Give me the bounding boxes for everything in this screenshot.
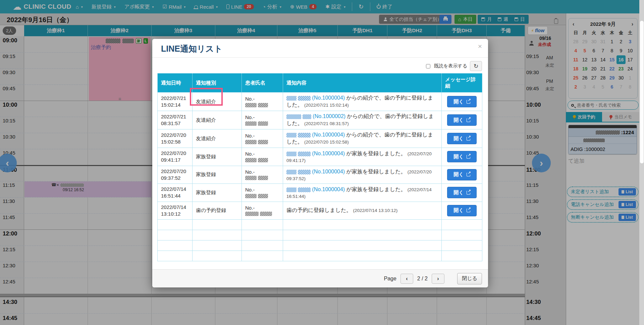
open-label: 開く bbox=[453, 117, 464, 123]
notify-datetime: 2022/07/20 09:37:52 bbox=[158, 166, 193, 184]
notify-datetime: 2022/07/21 08:31:57 bbox=[158, 111, 193, 129]
external-link-icon: ↗ bbox=[467, 137, 470, 141]
external-link-icon: ↗ bbox=[467, 118, 470, 122]
col-header: メッセージ詳細 bbox=[442, 73, 482, 93]
notify-datetime: 2022/07/21 15:02:14 bbox=[158, 93, 193, 111]
patient-no: No.- bbox=[245, 133, 255, 139]
table-row: 2022/07/14 16:51:44 家族登録 No.- (No.100000… bbox=[158, 184, 482, 202]
patient-no: No.- bbox=[245, 169, 255, 175]
table-row: 2022/07/21 08:31:57 友達紹介 No.- (No.100000… bbox=[158, 111, 482, 129]
prev-page-button[interactable]: ‹ bbox=[400, 274, 413, 284]
detail-cell: 開く↗ bbox=[442, 184, 482, 202]
notify-content: (No.1000004) が家族を登録しました。 (2022/07/20 09:… bbox=[283, 148, 442, 166]
detail-cell: 開く↗ bbox=[442, 111, 482, 129]
redacted-name bbox=[258, 176, 268, 180]
chevron-right-icon: › bbox=[437, 276, 439, 282]
notify-type: 家族登録 bbox=[193, 166, 242, 184]
patient-name-cell: No.- bbox=[242, 202, 283, 220]
page-label: Page bbox=[384, 276, 396, 282]
content-text: 歯の予約に登録しました。 bbox=[286, 207, 352, 213]
modal-header: LINE通知リスト × bbox=[152, 39, 488, 58]
notify-content: (No.1000002) からの紹介で、歯の予約に登録しました。 (2022/0… bbox=[283, 111, 442, 129]
patient-link[interactable]: (No.1000004) bbox=[312, 186, 345, 192]
show-read-checkbox[interactable] bbox=[426, 64, 430, 68]
open-label: 開く bbox=[453, 136, 464, 142]
patient-no: No.- bbox=[245, 96, 255, 102]
notify-content: (No.1000004) からの紹介で、歯の予約に登録しました。 (2022/0… bbox=[283, 93, 442, 111]
detail-cell: 開く↗ bbox=[442, 202, 482, 220]
patient-name-cell: No.- bbox=[242, 93, 283, 111]
notify-datetime: 2022/07/14 13:10:12 bbox=[158, 202, 193, 220]
empty-row bbox=[158, 220, 482, 230]
notify-content: (No.1000004) が家族を登録しました。 (2022/07/14 16:… bbox=[283, 184, 442, 202]
open-message-button[interactable]: 開く↗ bbox=[447, 133, 477, 144]
patient-link[interactable]: (No.1000004) bbox=[312, 95, 345, 101]
notify-type: 家族登録 bbox=[193, 148, 242, 166]
content-time: (2022/07/21 08:31:57) bbox=[304, 121, 349, 126]
notify-type: 友達紹介 bbox=[193, 111, 242, 129]
patient-link[interactable]: (No.1000004) bbox=[312, 151, 345, 156]
col-header: 通知日時 bbox=[158, 73, 193, 93]
chevron-left-icon: ‹ bbox=[406, 276, 408, 282]
patient-no: No.- bbox=[245, 151, 255, 157]
empty-row bbox=[158, 240, 482, 251]
refresh-list-button[interactable]: ↻ bbox=[470, 61, 482, 71]
open-label: 開く bbox=[453, 99, 464, 105]
external-link-icon: ↗ bbox=[467, 100, 470, 104]
open-label: 開く bbox=[453, 189, 464, 196]
open-message-button[interactable]: 開く↗ bbox=[447, 169, 477, 180]
notify-content: (No.1000004) からの紹介で、歯の予約に登録しました。 (2022/0… bbox=[283, 129, 442, 148]
show-read-label: 既読を表示する bbox=[434, 63, 467, 69]
redacted-name bbox=[245, 212, 259, 216]
open-label: 開く bbox=[453, 207, 464, 214]
col-header: 患者氏名 bbox=[242, 73, 283, 93]
detail-cell: 開く↗ bbox=[442, 148, 482, 166]
col-header: 通知内容 bbox=[283, 73, 442, 93]
external-link-icon: ↗ bbox=[467, 191, 470, 195]
modal-footer: Page ‹ 2 / 2 › 閉じる bbox=[152, 269, 488, 287]
content-text: が家族を登録しました。 bbox=[346, 169, 406, 174]
modal-title: LINE通知リスト bbox=[161, 43, 223, 54]
external-link-icon: ↗ bbox=[467, 209, 470, 212]
external-link-icon: ↗ bbox=[467, 173, 470, 176]
notify-content: 歯の予約に登録しました。 (2022/07/14 13:10:12) bbox=[283, 202, 442, 220]
content-text: が家族を登録しました。 bbox=[346, 151, 406, 156]
patient-link[interactable]: (No.1000004) bbox=[312, 169, 345, 174]
notify-type: 友達紹介 bbox=[193, 129, 242, 148]
open-message-button[interactable]: 開く↗ bbox=[447, 114, 477, 126]
empty-row bbox=[158, 230, 482, 240]
patient-no: No.- bbox=[245, 114, 255, 120]
next-page-button[interactable]: › bbox=[432, 274, 444, 284]
scrollbar-thumb[interactable] bbox=[640, 21, 644, 163]
refresh-icon: ↻ bbox=[474, 63, 478, 70]
redacted-name bbox=[245, 176, 257, 180]
close-icon[interactable]: × bbox=[478, 42, 482, 50]
redacted-name bbox=[245, 194, 257, 198]
content-time: (2022/07/14 13:10:12) bbox=[353, 208, 397, 213]
redacted-name bbox=[245, 158, 257, 162]
page-indicator: 2 / 2 bbox=[417, 276, 428, 282]
redacted-name bbox=[245, 121, 257, 126]
close-modal-button[interactable]: 閉じる bbox=[457, 273, 482, 284]
notify-content: (No.1000004) が家族を登録しました。 (2022/07/20 09:… bbox=[283, 166, 442, 184]
type-highlight-box bbox=[190, 88, 223, 106]
open-message-button[interactable]: 開く↗ bbox=[447, 187, 477, 198]
patient-name-cell: No.- bbox=[242, 166, 283, 184]
patient-link[interactable]: (No.1000002) bbox=[313, 113, 345, 119]
redacted-name bbox=[258, 194, 268, 198]
open-message-button[interactable]: 開く↗ bbox=[447, 96, 477, 107]
detail-cell: 開く↗ bbox=[442, 93, 482, 111]
patient-name-cell: No.- bbox=[242, 148, 283, 166]
content-text: が家族を登録しました。 bbox=[346, 186, 406, 192]
notify-type: 歯の予約登録 bbox=[193, 202, 242, 220]
redacted-name bbox=[258, 140, 268, 144]
open-message-button[interactable]: 開く↗ bbox=[447, 151, 477, 162]
show-read-row: 既読を表示する ↻ bbox=[425, 61, 482, 71]
patient-link[interactable]: (No.1000004) bbox=[312, 132, 345, 138]
redacted-name bbox=[245, 140, 257, 144]
notify-datetime: 2022/07/14 16:51:44 bbox=[158, 184, 193, 202]
open-label: 開く bbox=[453, 154, 464, 160]
table-row: 2022/07/20 15:02:58 友達紹介 No.- (No.100000… bbox=[158, 129, 482, 148]
open-message-button[interactable]: 開く↗ bbox=[447, 205, 477, 216]
content-time: (2022/07/21 15:02:14) bbox=[304, 103, 349, 108]
